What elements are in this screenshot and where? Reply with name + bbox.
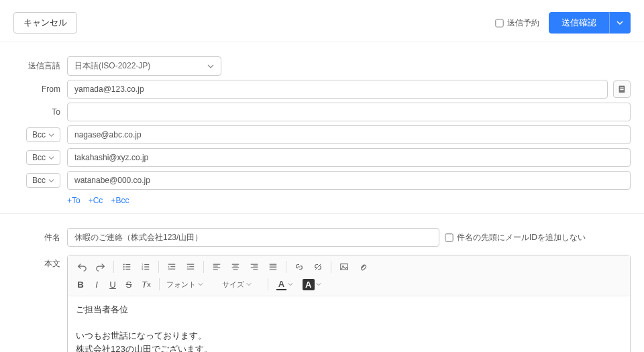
svg-rect-33 (270, 264, 277, 265)
body-textarea[interactable]: ご担当者各位 いつもお世話になっております。 株式会社123の山田でございます。… (68, 296, 630, 352)
image-icon (339, 262, 349, 272)
link-button[interactable] (290, 259, 308, 274)
svg-rect-16 (170, 266, 175, 267)
link-icon (294, 262, 304, 272)
outdent-button[interactable] (163, 259, 180, 274)
list-ul-icon (122, 262, 131, 272)
svg-rect-1 (620, 87, 623, 88)
address-book-button[interactable] (613, 80, 631, 98)
chevron-down-icon (288, 282, 293, 287)
redo-icon (96, 262, 105, 272)
redo-button[interactable] (92, 259, 109, 274)
chevron-down-icon (616, 19, 623, 26)
schedule-send-label: 送信予約 (507, 17, 539, 29)
svg-rect-24 (213, 270, 218, 270)
clear-format-button[interactable]: Tx (138, 277, 155, 292)
align-left-button[interactable] (208, 259, 225, 274)
svg-rect-20 (187, 269, 195, 270)
body-label: 本文 (0, 255, 67, 270)
svg-rect-8 (125, 269, 130, 270)
schedule-send-checkbox[interactable] (495, 19, 503, 27)
subject-label: 件名 (0, 232, 67, 243)
list-ul-button[interactable] (118, 259, 136, 274)
svg-rect-28 (233, 270, 238, 270)
editor-toolbar: 123 B (68, 255, 630, 296)
bcc-input-3[interactable] (67, 171, 631, 190)
address-book-icon (617, 84, 627, 94)
svg-rect-30 (253, 266, 258, 266)
cancel-button[interactable]: キャンセル (13, 12, 77, 34)
align-center-button[interactable] (227, 259, 244, 274)
svg-rect-14 (144, 269, 149, 270)
svg-rect-21 (213, 264, 221, 265)
send-confirm-button[interactable]: 送信確認 (549, 12, 609, 34)
list-ol-icon: 123 (141, 262, 150, 272)
unlink-icon (313, 262, 323, 272)
svg-rect-2 (620, 89, 623, 90)
align-justify-button[interactable] (264, 259, 282, 274)
add-bcc-link[interactable]: +Bcc (111, 196, 129, 205)
image-button[interactable] (335, 259, 353, 274)
chevron-down-icon (198, 282, 203, 287)
list-ol-button[interactable]: 123 (137, 259, 154, 274)
indent-button[interactable] (182, 259, 199, 274)
body-editor: 123 B (67, 255, 631, 352)
subject-noid-checkbox[interactable] (445, 233, 453, 241)
svg-rect-22 (213, 266, 218, 266)
size-dropdown[interactable]: サイズ (219, 280, 254, 290)
svg-rect-6 (125, 266, 130, 267)
strike-button[interactable]: S (121, 277, 136, 292)
bcc-type-2[interactable]: Bcc (26, 150, 60, 165)
send-confirm-caret[interactable] (609, 12, 631, 34)
align-right-icon (250, 262, 259, 272)
lang-select[interactable]: 日本語(ISO-2022-JP) (67, 56, 221, 76)
outdent-icon (167, 262, 176, 272)
chevron-down-icon (207, 63, 214, 70)
svg-rect-34 (270, 266, 277, 266)
text-color-button[interactable]: A (272, 277, 297, 292)
align-center-icon (231, 262, 240, 272)
svg-rect-36 (270, 270, 277, 270)
font-dropdown[interactable]: フォント (164, 280, 206, 290)
bold-button[interactable]: B (73, 277, 88, 292)
svg-rect-32 (253, 270, 258, 270)
align-left-icon (212, 262, 221, 272)
chevron-down-icon (48, 155, 54, 161)
add-cc-link[interactable]: +Cc (89, 196, 103, 205)
chevron-down-icon (48, 132, 54, 138)
from-input[interactable] (67, 80, 608, 99)
chevron-down-icon (316, 282, 321, 287)
svg-rect-19 (189, 266, 194, 267)
bg-color-button[interactable]: A (299, 277, 325, 292)
bcc-type-1[interactable]: Bcc (26, 127, 60, 142)
undo-button[interactable] (73, 259, 91, 274)
schedule-send-checkbox-wrap[interactable]: 送信予約 (495, 17, 539, 29)
bcc-input-2[interactable] (67, 148, 631, 167)
svg-rect-15 (168, 264, 176, 265)
svg-rect-10 (144, 264, 149, 265)
svg-point-3 (123, 263, 125, 265)
attach-button[interactable] (354, 259, 372, 274)
svg-rect-18 (187, 264, 195, 265)
lang-label: 送信言語 (0, 60, 67, 72)
unlink-button[interactable] (309, 259, 327, 274)
lang-value: 日本語(ISO-2022-JP) (74, 60, 150, 72)
chevron-down-icon (246, 282, 252, 287)
svg-point-7 (123, 268, 125, 270)
to-label: To (0, 107, 67, 117)
align-right-button[interactable] (246, 259, 263, 274)
bcc-type-3[interactable]: Bcc (26, 173, 60, 188)
bcc-input-1[interactable] (67, 125, 631, 144)
svg-rect-29 (251, 264, 258, 265)
add-to-link[interactable]: +To (67, 196, 80, 205)
svg-rect-23 (213, 268, 221, 268)
svg-text:3: 3 (142, 268, 144, 271)
subject-input[interactable] (67, 228, 439, 247)
subject-noid-label: 件名の先頭にメールIDを追加しない (457, 232, 586, 243)
to-input[interactable] (67, 103, 631, 121)
italic-button[interactable]: I (89, 277, 104, 292)
underline-button[interactable]: U (105, 277, 120, 292)
subject-noid-checkbox-wrap[interactable]: 件名の先頭にメールIDを追加しない (445, 232, 586, 243)
svg-rect-31 (251, 268, 258, 268)
svg-rect-25 (232, 264, 239, 265)
